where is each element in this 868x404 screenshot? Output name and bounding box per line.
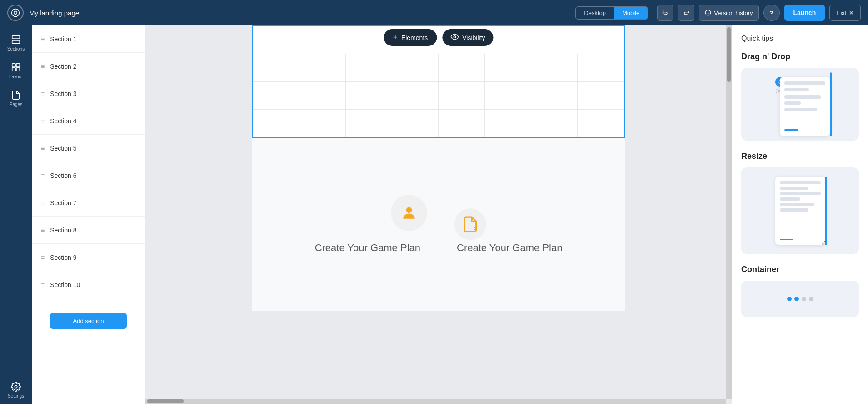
svg-rect-3 bbox=[12, 64, 15, 67]
version-history-button[interactable]: Version history bbox=[699, 5, 758, 21]
svg-rect-4 bbox=[16, 64, 20, 67]
section-item-3[interactable]: ≡ Section 3 bbox=[32, 80, 145, 107]
drag-handle-icon: ≡ bbox=[41, 172, 45, 179]
canvas-scroll[interactable]: + Elements Visibility bbox=[145, 25, 732, 404]
drag-handle-icon: ≡ bbox=[41, 227, 45, 233]
section-icons-row bbox=[391, 195, 486, 231]
icon-nav: Sections Layout Pages Settings bbox=[0, 25, 32, 404]
section-label-10: Section 10 bbox=[50, 281, 80, 288]
view-toggle: Desktop Mobile bbox=[575, 6, 648, 20]
redo-button[interactable] bbox=[678, 5, 694, 21]
container-dots bbox=[787, 297, 813, 301]
section-item-10[interactable]: ≡ Section 10 bbox=[32, 271, 145, 298]
exit-button[interactable]: Exit ✕ bbox=[829, 5, 861, 21]
drag-handle-icon: ≡ bbox=[41, 145, 45, 152]
drag-handle-icon: ≡ bbox=[41, 63, 45, 70]
eye-icon bbox=[450, 33, 459, 42]
tip-container: Container bbox=[741, 265, 859, 317]
section-toolbar: + Elements Visibility bbox=[384, 29, 493, 46]
section-label-9: Section 9 bbox=[50, 254, 76, 261]
game-plan-right-text: Create Your Game Plan bbox=[457, 242, 562, 254]
canvas-section-1[interactable]: + Elements Visibility bbox=[252, 25, 625, 138]
help-button[interactable]: ? bbox=[763, 5, 780, 21]
person-icon-circle bbox=[391, 195, 427, 231]
app-logo bbox=[7, 5, 24, 21]
canvas-area: + Elements Visibility bbox=[145, 25, 732, 404]
drag-drop-illustration: ☞ bbox=[741, 68, 859, 141]
drag-handle-icon: ≡ bbox=[41, 282, 45, 288]
nav-settings[interactable]: Settings bbox=[0, 376, 32, 404]
drag-border-accent bbox=[830, 72, 832, 136]
section-label-2: Section 2 bbox=[50, 63, 76, 70]
drag-handle-icon: ≡ bbox=[41, 200, 45, 206]
section-text-row: Create Your Game Plan Create Your Game P… bbox=[315, 242, 563, 254]
tips-title: Quick tips bbox=[741, 35, 859, 43]
main-container: Sections Layout Pages Settings bbox=[0, 25, 868, 404]
drag-card-mock bbox=[780, 77, 830, 136]
undo-button[interactable] bbox=[657, 5, 673, 21]
desktop-view-button[interactable]: Desktop bbox=[576, 7, 614, 19]
svg-rect-1 bbox=[12, 36, 20, 39]
svg-point-9 bbox=[406, 207, 412, 213]
container-illustration bbox=[741, 281, 859, 317]
tip-resize: Resize ↔ bbox=[741, 152, 859, 254]
nav-pages[interactable]: Pages bbox=[0, 85, 32, 112]
section-item-7[interactable]: ≡ Section 7 bbox=[32, 189, 145, 217]
section-item-2[interactable]: ≡ Section 2 bbox=[32, 53, 145, 80]
section-label-7: Section 7 bbox=[50, 199, 76, 207]
tips-panel: Quick tips Drag n' Drop ☞ bbox=[732, 25, 868, 404]
section-label-6: Section 6 bbox=[50, 172, 76, 179]
section-item-1[interactable]: ≡ Section 1 bbox=[32, 25, 145, 53]
section-label-4: Section 4 bbox=[50, 117, 76, 125]
visibility-button[interactable]: Visibility bbox=[442, 29, 493, 46]
elements-button[interactable]: + Elements bbox=[384, 29, 437, 46]
dot-active-2 bbox=[794, 297, 799, 301]
section-item-6[interactable]: ≡ Section 6 bbox=[32, 162, 145, 189]
section-item-5[interactable]: ≡ Section 5 bbox=[32, 135, 145, 162]
drag-drop-heading: Drag n' Drop bbox=[741, 52, 859, 61]
drag-handle-icon: ≡ bbox=[41, 91, 45, 97]
canvas-horizontal-scrollbar[interactable] bbox=[145, 399, 726, 404]
launch-button[interactable]: Launch bbox=[784, 5, 825, 21]
container-heading: Container bbox=[741, 265, 859, 274]
tip-drag-drop: Drag n' Drop ☞ bbox=[741, 52, 859, 141]
svg-rect-2 bbox=[12, 40, 20, 43]
canvas-section-2[interactable]: Create Your Game Plan Create Your Game P… bbox=[252, 138, 625, 311]
app-header: My landing page Desktop Mobile Version h… bbox=[0, 0, 868, 25]
page-title: My landing page bbox=[29, 9, 302, 17]
svg-rect-5 bbox=[12, 68, 15, 71]
nav-sections[interactable]: Sections bbox=[0, 29, 32, 57]
canvas-vertical-scrollbar[interactable] bbox=[726, 25, 732, 399]
resize-illustration: ↔ bbox=[741, 167, 859, 254]
section-item-9[interactable]: ≡ Section 9 bbox=[32, 244, 145, 271]
svg-point-8 bbox=[454, 36, 456, 38]
section-item-8[interactable]: ≡ Section 8 bbox=[32, 217, 145, 244]
drag-handle-icon: ≡ bbox=[41, 118, 45, 124]
drag-handle-icon: ≡ bbox=[41, 36, 45, 42]
dot-inactive-2 bbox=[809, 297, 813, 301]
canvas-scrollbar-thumb bbox=[727, 27, 731, 82]
canvas-inner: + Elements Visibility bbox=[145, 25, 732, 404]
svg-rect-6 bbox=[16, 68, 20, 71]
resize-border-accent bbox=[825, 177, 827, 245]
drag-handle-icon: ≡ bbox=[41, 254, 45, 261]
section-label-8: Section 8 bbox=[50, 227, 76, 234]
header-actions: Version history ? Launch Exit ✕ bbox=[657, 5, 861, 21]
game-plan-left-text: Create Your Game Plan bbox=[315, 242, 420, 254]
section-label-3: Section 3 bbox=[50, 90, 76, 97]
section-label-1: Section 1 bbox=[50, 35, 76, 43]
dot-active-1 bbox=[787, 297, 792, 301]
mobile-view-button[interactable]: Mobile bbox=[614, 7, 648, 19]
dot-inactive-1 bbox=[802, 297, 806, 301]
nav-layout[interactable]: Layout bbox=[0, 57, 32, 85]
resize-heading: Resize bbox=[741, 152, 859, 161]
sections-panel: ≡ Section 1 ≡ Section 2 ≡ Section 3 ≡ Se… bbox=[32, 25, 145, 404]
canvas-hscrollbar-thumb bbox=[147, 399, 184, 403]
add-section-button[interactable]: Add section bbox=[50, 313, 127, 329]
resize-card-mock: ↔ bbox=[775, 177, 825, 245]
section-label-5: Section 5 bbox=[50, 145, 76, 152]
section-item-4[interactable]: ≡ Section 4 bbox=[32, 107, 145, 135]
svg-point-7 bbox=[15, 385, 17, 388]
close-icon: ✕ bbox=[849, 10, 854, 16]
